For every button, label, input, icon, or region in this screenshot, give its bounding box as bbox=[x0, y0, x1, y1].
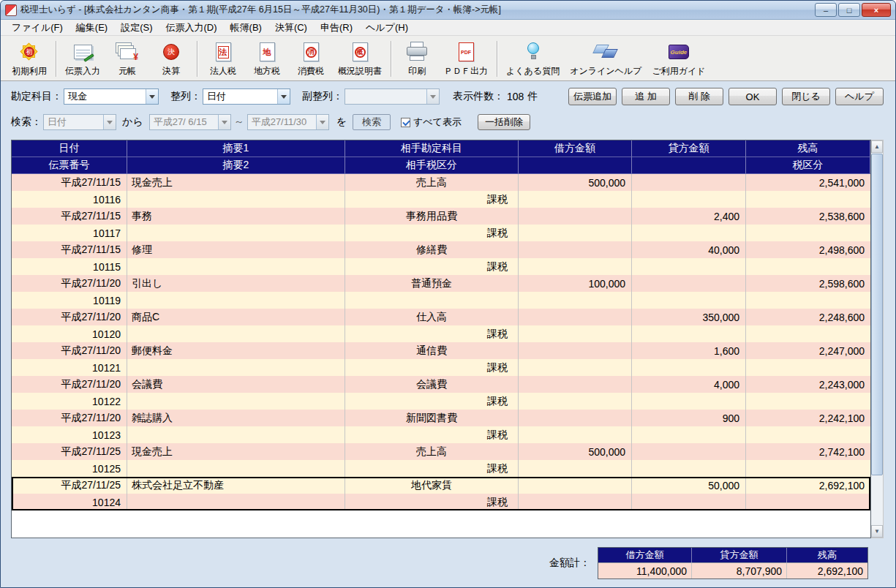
cell-voucher-no: 10119 bbox=[12, 292, 127, 309]
scroll-up-button[interactable]: ▲ bbox=[871, 140, 883, 153]
cell-counter-account: 通信費 bbox=[345, 342, 519, 359]
date-to-select[interactable]: 平成27/11/30 bbox=[247, 114, 329, 130]
date-from-select[interactable]: 平成27/ 6/15 bbox=[149, 114, 231, 130]
cell-counter-account: 普通預金 bbox=[345, 275, 519, 292]
menu-help[interactable]: ヘルプ(H) bbox=[359, 20, 415, 36]
cell-date: 平成27/11/20 bbox=[12, 376, 127, 393]
header-empty bbox=[632, 157, 746, 174]
toolbar-separator bbox=[56, 41, 56, 77]
toolbar-item-overview-report[interactable]: 概 概況説明書 bbox=[333, 37, 387, 80]
cell-counter-account: 仕入高 bbox=[345, 309, 519, 325]
ledger-voucher[interactable]: 平成27/11/15 事務 事務用品費 2,400 2,538,600 1011… bbox=[12, 208, 870, 241]
cell-date: 平成27/11/20 bbox=[12, 342, 127, 359]
ledger-voucher[interactable]: 平成27/11/20 雑誌購入 新聞図書費 900 2,242,100 1012… bbox=[12, 410, 870, 443]
cell-empty bbox=[632, 325, 746, 342]
chevron-down-icon bbox=[426, 89, 439, 104]
search-button[interactable]: 検索 bbox=[353, 114, 391, 130]
toolbar-item-print[interactable]: 印刷 bbox=[395, 37, 439, 80]
maximize-button[interactable]: □ bbox=[838, 3, 860, 17]
scroll-track[interactable] bbox=[871, 153, 883, 525]
voucher-entry-icon bbox=[66, 39, 99, 64]
cell-voucher-no: 10123 bbox=[12, 426, 127, 443]
toolbar-item-pdf-output[interactable]: PDF ＰＤＦ出力 bbox=[439, 37, 493, 80]
search-row: 検索： 日付 から 平成27/ 6/15 ～ 平成27/11/30 を 検索 す… bbox=[11, 113, 884, 131]
account-select[interactable]: 現金 bbox=[64, 88, 159, 105]
ledger-voucher[interactable]: 平成27/11/20 郵便料金 通信費 1,600 2,247,000 1012… bbox=[12, 342, 870, 376]
cell-debit bbox=[519, 309, 632, 325]
help-button[interactable]: ヘルプ bbox=[835, 88, 884, 105]
toolbar-item-settlement[interactable]: 決 決算 bbox=[149, 37, 193, 80]
header-counter-account: 相手勘定科目 bbox=[345, 140, 519, 157]
chevron-down-icon bbox=[218, 115, 230, 129]
menu-settlement[interactable]: 決算(C) bbox=[268, 20, 314, 36]
toolbar-separator bbox=[391, 41, 391, 77]
minimize-button[interactable]: – bbox=[815, 3, 837, 17]
cell-counter-account: 売上高 bbox=[345, 174, 519, 191]
toolbar-item-consumption-tax[interactable]: 消 消費税 bbox=[289, 37, 333, 80]
cell-empty bbox=[519, 191, 632, 208]
toolbar-item-voucher-entry[interactable]: 伝票入力 bbox=[60, 37, 105, 80]
cell-empty bbox=[632, 426, 746, 443]
voucher-add-button[interactable]: 伝票追加 bbox=[568, 88, 617, 105]
ledger-voucher[interactable]: 平成27/11/15 修理 修繕費 40,000 2,498,600 10115… bbox=[12, 241, 870, 275]
menu-voucher-entry[interactable]: 伝票入力(D) bbox=[159, 20, 224, 36]
ledger-voucher[interactable]: 平成27/11/20 商品C 仕入高 350,000 2,248,600 101… bbox=[12, 309, 870, 342]
cell-empty bbox=[632, 393, 746, 410]
cell-debit bbox=[519, 342, 632, 359]
particle-label: を bbox=[336, 116, 347, 129]
sort-select[interactable]: 日付 bbox=[203, 88, 290, 105]
menu-settings[interactable]: 設定(S) bbox=[114, 20, 159, 36]
ledger-body: 平成27/11/15 現金売上 売上高 500,000 2,541,000 10… bbox=[12, 174, 870, 510]
cell-summary1: 修理 bbox=[127, 241, 345, 258]
cell-credit: 50,000 bbox=[632, 477, 746, 494]
cell-debit bbox=[519, 410, 632, 426]
toolbar-item-ledger[interactable]: ¥ 元帳 bbox=[105, 37, 149, 80]
ledger-icon: ¥ bbox=[110, 39, 144, 64]
cell-credit: 900 bbox=[632, 410, 746, 426]
toolbar-item-local-tax[interactable]: 地 地方税 bbox=[245, 37, 289, 80]
delete-button[interactable]: 削 除 bbox=[675, 88, 723, 105]
cell-voucher-no: 10115 bbox=[12, 258, 127, 275]
search-field-select[interactable]: 日付 bbox=[43, 114, 116, 130]
scroll-down-button[interactable]: ▼ bbox=[871, 525, 883, 538]
cell-empty bbox=[519, 258, 632, 275]
table-scrollbar[interactable]: ▲ ▼ bbox=[871, 140, 884, 538]
toolbar-item-faq[interactable]: よくある質問 bbox=[501, 37, 565, 80]
menu-edit[interactable]: 編集(E) bbox=[69, 20, 114, 36]
cell-date: 平成27/11/20 bbox=[12, 410, 127, 426]
add-button[interactable]: 追 加 bbox=[622, 88, 670, 105]
cell-empty bbox=[632, 258, 746, 275]
summary-total-label: 金額計： bbox=[549, 557, 590, 570]
menu-file[interactable]: ファイル(F) bbox=[5, 20, 69, 36]
cell-voucher-no: 10125 bbox=[12, 460, 127, 477]
ledger-voucher[interactable]: 平成27/11/15 現金売上 売上高 500,000 2,541,000 10… bbox=[12, 174, 870, 208]
subsort-select[interactable] bbox=[345, 88, 440, 105]
cell-summary1: 郵便料金 bbox=[127, 342, 345, 359]
cell-tax-class: 課税 bbox=[345, 393, 519, 410]
bulk-delete-button[interactable]: 一括削除 bbox=[478, 114, 530, 130]
header-date: 日付 bbox=[12, 140, 127, 157]
scroll-thumb[interactable] bbox=[871, 154, 883, 475]
menu-books[interactable]: 帳簿(B) bbox=[224, 20, 268, 36]
toolbar-item-corporate-tax[interactable]: 法 法人税 bbox=[201, 37, 245, 80]
close-window-button[interactable]: 閉じる bbox=[782, 88, 830, 105]
ok-button[interactable]: OK bbox=[729, 88, 777, 105]
title-bar[interactable]: 税理士いらず - [株式会社カンタン商事・第１期(平成27年 6月15日～平成2… bbox=[1, 1, 895, 20]
cell-empty bbox=[519, 292, 632, 309]
cell-empty bbox=[746, 225, 870, 241]
ledger-voucher[interactable]: 平成27/11/20 会議費 会議費 4,000 2,243,000 10122… bbox=[12, 376, 870, 410]
toolbar-item-initial-use[interactable]: 初 初期利用 bbox=[7, 37, 52, 80]
app-window: 税理士いらず - [株式会社カンタン商事・第１期(平成27年 6月15日～平成2… bbox=[0, 0, 896, 588]
close-button[interactable]: × bbox=[862, 3, 891, 17]
cell-balance: 2,541,000 bbox=[746, 174, 870, 191]
toolbar-item-online-help[interactable]: オンラインヘルプ bbox=[565, 37, 647, 80]
toolbar-item-user-guide[interactable]: Guide ご利用ガイド bbox=[647, 37, 710, 80]
ledger-voucher[interactable]: 平成27/11/25 株式会社足立不動産 地代家賃 50,000 2,692,1… bbox=[12, 477, 870, 510]
cell-tax-class: 課税 bbox=[345, 325, 519, 342]
show-all-checkbox[interactable] bbox=[401, 118, 410, 127]
cell-summary1: 現金売上 bbox=[127, 443, 345, 460]
ledger-voucher[interactable]: 平成27/11/25 現金売上 売上高 500,000 2,742,100 10… bbox=[12, 443, 870, 477]
cell-balance: 2,243,000 bbox=[746, 376, 870, 393]
ledger-voucher[interactable]: 平成27/11/20 引出し 普通預金 100,000 2,598,600 10… bbox=[12, 275, 870, 309]
menu-tax-return[interactable]: 申告(R) bbox=[314, 20, 359, 36]
